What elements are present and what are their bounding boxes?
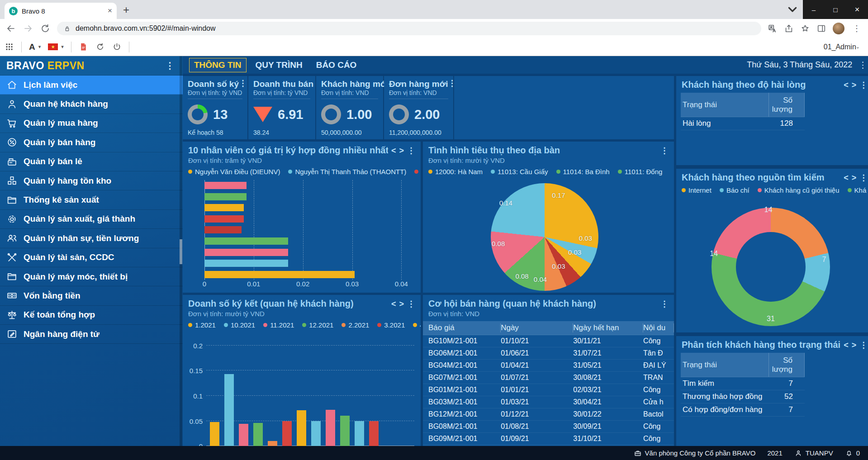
company-status-item[interactable]: Văn phòng Công ty Cổ phần BRAVO [634, 449, 756, 457]
panel-menu-icon[interactable]: ⋮ [407, 147, 415, 155]
bar[interactable] [340, 416, 350, 446]
next-icon[interactable]: > [399, 147, 404, 155]
table-row[interactable]: BG01M/21-00101/01/2102/03/21Công [423, 384, 674, 396]
sidebar-item[interactable]: Vốn bằng tiền [0, 286, 183, 305]
translate-icon[interactable] [768, 24, 778, 33]
table-row[interactable]: Hài lòng128 [681, 117, 805, 130]
bar[interactable] [297, 410, 306, 446]
bar[interactable] [210, 422, 219, 446]
legend-item[interactable]: 10.2021 [224, 321, 255, 329]
url-field[interactable]: demohn.bravo.com.vn:5902/#/main-window [57, 22, 761, 35]
window-chevron-icon[interactable] [782, 0, 803, 20]
sidebar-item[interactable]: Quản lý máy móc, thiết bị [0, 267, 183, 286]
column-header[interactable]: Ngày [501, 323, 573, 332]
power-icon[interactable] [112, 42, 122, 52]
legend-item[interactable]: 12.2021 [302, 321, 333, 329]
sidebar-item[interactable]: Quản lý hàng tồn kho [0, 171, 183, 190]
pdf-icon[interactable] [79, 42, 88, 52]
column-header[interactable]: Nội du [643, 323, 674, 332]
notifications-item[interactable]: 0 [845, 449, 860, 457]
language-dropdown-icon[interactable]: ▾ [61, 44, 64, 50]
legend-item[interactable]: Nguyễn Thị Thanh Thảo (THAONTT) [288, 168, 406, 175]
legend-item[interactable]: 2.2021 [342, 321, 369, 329]
legend-item[interactable]: 4.202 [413, 321, 421, 329]
bar[interactable] [204, 215, 244, 223]
font-dropdown-icon[interactable]: ▾ [38, 44, 41, 50]
kpi-menu-icon[interactable]: ⋮ [239, 79, 247, 87]
panel-menu-icon[interactable]: ⋮ [407, 300, 415, 308]
column-header[interactable]: Trạng thái [681, 353, 769, 377]
bar[interactable] [204, 204, 244, 211]
bar[interactable] [311, 421, 321, 446]
fiscal-year-item[interactable]: 2021 [767, 449, 782, 457]
sidebar-item[interactable]: Quản lý mua hàng [0, 114, 183, 133]
prev-icon[interactable]: < [844, 341, 849, 349]
column-header[interactable]: Ngày hết hạn [573, 323, 643, 332]
apps-grid-icon[interactable] [5, 42, 14, 52]
header-menu-icon[interactable]: ⋮ [857, 60, 868, 70]
reload-icon[interactable] [40, 23, 51, 34]
share-icon[interactable] [784, 24, 794, 33]
window-minimize-button[interactable]: – [803, 0, 825, 19]
legend-item[interactable]: 11013: Cầu Giấy [491, 168, 548, 175]
bar[interactable] [355, 421, 364, 446]
bar[interactable] [268, 441, 277, 446]
prev-icon[interactable]: < [844, 81, 849, 89]
panel-menu-icon[interactable]: ⋮ [859, 174, 868, 182]
vietnam-flag-icon[interactable]: ★ [48, 43, 58, 50]
next-icon[interactable]: > [399, 300, 404, 308]
tab-quy-trình[interactable]: QUY TRÌNH [251, 58, 307, 72]
bar[interactable] [239, 424, 248, 446]
legend-item[interactable]: Internet [682, 186, 711, 194]
sidebar-item[interactable]: Quản lý tài sản, CCDC [0, 248, 183, 267]
table-row[interactable]: Thương thảo hợp đồng52 [681, 390, 805, 403]
column-header[interactable]: Số lượng [769, 93, 805, 117]
user-status-item[interactable]: TUANPV [794, 449, 833, 457]
next-icon[interactable]: > [852, 81, 857, 89]
panel-menu-icon[interactable]: ⋮ [660, 147, 669, 155]
sidebar-item[interactable]: Quản lý bán hàng [0, 133, 183, 152]
bar[interactable] [204, 182, 247, 189]
sidebar-item[interactable]: Quản lý nhân sự, tiền lương [0, 229, 183, 248]
sidebar-item[interactable]: Quản lý bán lẻ [0, 152, 183, 171]
window-close-button[interactable]: × [846, 0, 868, 19]
sidebar-item[interactable]: Ngân hàng điện tử [0, 325, 183, 344]
panel-menu-icon[interactable]: ⋮ [859, 341, 868, 349]
window-maximize-button[interactable]: □ [825, 0, 846, 19]
bar[interactable] [204, 271, 355, 278]
sidebar-menu-icon[interactable]: ⋮ [164, 60, 177, 71]
legend-item[interactable]: Khách hàng cũ giới thiệu [758, 186, 840, 194]
panel-menu-icon[interactable]: ⋮ [859, 81, 868, 89]
legend-item[interactable]: 11.2021 [263, 321, 294, 329]
profile-avatar[interactable] [833, 23, 844, 34]
bar[interactable] [204, 260, 288, 267]
legend-item[interactable]: 11011: Đống [618, 168, 663, 175]
next-icon[interactable]: > [852, 341, 857, 349]
bar[interactable] [253, 423, 263, 446]
bar[interactable] [204, 193, 247, 200]
legend-item[interactable]: 11014: Ba Đình [556, 168, 610, 175]
table-row[interactable]: BG09M/21-00101/09/2131/10/21Công [423, 433, 674, 445]
bar[interactable] [224, 374, 234, 446]
table-row[interactable]: BG07M/21-00101/07/2130/08/21TRAN [423, 372, 674, 384]
side-panel-icon[interactable] [816, 24, 826, 33]
sidebar-scrollbar[interactable] [180, 56, 182, 446]
panel-menu-icon[interactable]: ⋮ [660, 300, 669, 308]
bar[interactable] [204, 226, 242, 233]
bar[interactable] [369, 421, 379, 446]
sidebar-item[interactable]: Quan hệ khách hàng [0, 95, 183, 114]
legend-item[interactable]: Khá [848, 186, 867, 194]
table-row[interactable]: BG03M/21-00101/03/2130/04/21Cửa h [423, 396, 674, 408]
bar[interactable] [326, 410, 335, 446]
refresh-icon[interactable] [95, 42, 105, 52]
legend-item[interactable]: Nguyễn Văn Điều (DIEUNV) [188, 168, 280, 175]
prev-icon[interactable]: < [391, 300, 396, 308]
column-header[interactable]: Báo giá [428, 323, 501, 332]
table-row[interactable]: BG10M/21-00101/10/2130/11/21Công [423, 335, 674, 347]
legend-item[interactable]: N [414, 168, 421, 175]
table-row[interactable]: Có hợp đồng/đơn hàng7 [681, 403, 805, 417]
column-header[interactable]: Trạng thái [681, 93, 769, 117]
column-header[interactable]: Số lượng [769, 353, 805, 377]
tab-thông-tin[interactable]: THÔNG TIN [189, 58, 247, 72]
new-tab-button[interactable]: + [123, 4, 129, 16]
